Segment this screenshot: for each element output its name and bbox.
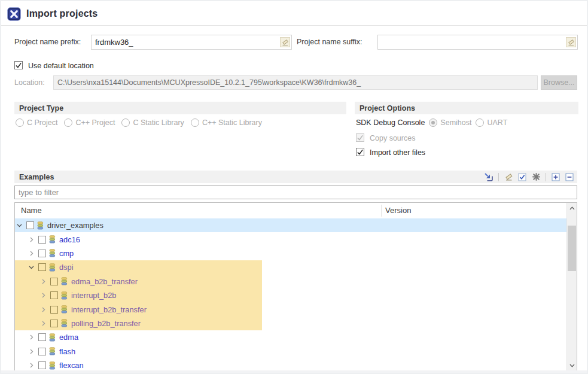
- radio-uart-label: UART: [487, 118, 507, 127]
- tree-row-label: cmp: [59, 249, 74, 258]
- example-item-icon: [49, 249, 56, 257]
- tree-row-polling_b2b_transfer[interactable]: polling_b2b_transfer: [15, 317, 566, 330]
- tree-header: Name Version: [15, 203, 566, 219]
- chevron-down-icon[interactable]: [28, 266, 35, 269]
- radio-cpp-project[interactable]: C++ Project: [64, 118, 115, 127]
- chevron-right-icon[interactable]: [40, 307, 47, 312]
- radio-cpp-static-library[interactable]: C++ Static Library: [191, 118, 262, 127]
- chevron-right-icon[interactable]: [28, 237, 35, 242]
- radio-cpp-static-library-circle: [191, 118, 199, 127]
- tree-row-checkbox[interactable]: [38, 348, 46, 355]
- chevron-right-icon[interactable]: [28, 349, 35, 354]
- radio-c-project-circle: [16, 118, 24, 127]
- column-header-version[interactable]: Version: [385, 206, 411, 215]
- radio-semihost-label: Semihost: [440, 118, 471, 127]
- expand-all-icon[interactable]: [550, 172, 561, 183]
- radio-semihost[interactable]: Semihost: [429, 118, 471, 127]
- chevron-right-icon[interactable]: [40, 279, 47, 284]
- column-header-name[interactable]: Name: [21, 206, 42, 215]
- project-type-title: Project Type: [19, 104, 63, 112]
- tree-row-checkbox[interactable]: [50, 320, 58, 327]
- clear-suffix-button[interactable]: [566, 37, 576, 47]
- tree-row-interrupt_b2b[interactable]: interrupt_b2b: [15, 288, 566, 302]
- use-default-location-label: Use default location: [28, 62, 94, 70]
- sdk-debug-console-row: SDK Debug Console Semihost UART: [356, 118, 507, 127]
- import-projects-dialog: Import projects Project name prefix: Pro…: [0, 0, 588, 374]
- tree-row-label: polling_b2b_transfer: [71, 319, 141, 328]
- tree-row-checkbox[interactable]: [50, 306, 58, 314]
- toolbar-separator: [546, 173, 546, 181]
- tree-row-edma_b2b_transfer[interactable]: edma_b2b_transfer: [15, 275, 566, 288]
- tree-row-checkbox[interactable]: [38, 333, 46, 341]
- chevron-right-icon[interactable]: [28, 363, 35, 368]
- chevron-right-icon[interactable]: [28, 335, 35, 340]
- tree-row-label: dspi: [59, 263, 73, 272]
- scroll-down-icon[interactable]: [567, 360, 577, 370]
- eraser-icon[interactable]: [503, 172, 514, 183]
- tree-row-label: adc16: [59, 235, 80, 244]
- suffix-label: Project name suffix:: [297, 38, 362, 46]
- example-item-icon: [49, 263, 56, 272]
- chevron-down-icon[interactable]: [16, 224, 23, 227]
- tree-row-label: interrupt_b2b: [71, 291, 116, 300]
- tree-row-dspi[interactable]: dspi: [15, 260, 566, 274]
- project-type-section-header: Project Type: [14, 102, 346, 114]
- suffix-input-wrap: [377, 35, 578, 50]
- import-example-icon[interactable]: [483, 172, 494, 183]
- copy-sources-checkbox: [356, 133, 364, 142]
- project-type-options: C Project C++ Project C Static Library C…: [16, 118, 262, 127]
- tree-row-edma[interactable]: edma: [15, 330, 566, 344]
- tree-row-checkbox[interactable]: [38, 361, 46, 369]
- radio-semihost-circle: [429, 118, 437, 127]
- example-item-icon: [49, 333, 56, 342]
- location-label: Location:: [14, 78, 45, 87]
- radio-c-static-library-circle: [121, 118, 130, 127]
- radio-c-static-library-label: C Static Library: [133, 118, 184, 127]
- project-options-title: Project Options: [359, 104, 415, 112]
- examples-filter-input[interactable]: [14, 186, 577, 199]
- tree-row-cmp[interactable]: cmp: [15, 247, 566, 260]
- project-name-prefix-input[interactable]: [92, 35, 280, 49]
- scroll-up-icon[interactable]: [567, 203, 577, 213]
- chevron-right-icon[interactable]: [40, 293, 47, 298]
- tree-row-interrupt_b2b_transfer[interactable]: interrupt_b2b_transfer: [15, 302, 566, 316]
- tree-row-checkbox[interactable]: [38, 236, 46, 244]
- tree-row-label: edma_b2b_transfer: [71, 277, 138, 286]
- import-other-files-label: Import other files: [370, 148, 425, 157]
- prefix-input-wrap: [91, 35, 292, 50]
- sdk-debug-console-label: SDK Debug Console: [356, 118, 425, 127]
- collapse-all-icon[interactable]: [564, 172, 575, 183]
- tree-row-checkbox[interactable]: [38, 250, 46, 257]
- deselect-all-icon[interactable]: [531, 172, 541, 183]
- use-default-location-checkbox[interactable]: [14, 61, 23, 69]
- tree-row-driver_examples[interactable]: driver_examples: [15, 218, 566, 232]
- column-divider[interactable]: [381, 205, 382, 217]
- tree-row-checkbox[interactable]: [38, 263, 46, 271]
- prefix-label: Project name prefix:: [14, 38, 81, 46]
- dialog-header: Import projects: [7, 5, 98, 22]
- vertical-scrollbar[interactable]: [566, 203, 577, 370]
- radio-c-project[interactable]: C Project: [16, 118, 57, 127]
- radio-uart[interactable]: UART: [476, 118, 507, 127]
- mcuxpresso-logo-icon: [7, 7, 21, 21]
- project-name-suffix-input[interactable]: [378, 35, 566, 49]
- scrollbar-thumb[interactable]: [568, 226, 576, 271]
- select-all-icon[interactable]: [517, 172, 528, 183]
- radio-cpp-static-library-label: C++ Static Library: [202, 118, 262, 127]
- tree-row-checkbox[interactable]: [26, 221, 34, 229]
- chevron-right-icon[interactable]: [40, 321, 47, 326]
- tree-row-checkbox[interactable]: [50, 291, 58, 299]
- radio-c-static-library[interactable]: C Static Library: [121, 118, 184, 127]
- tree-row-flexcan[interactable]: flexcan: [15, 358, 566, 370]
- examples-tree: Name Version driver_examplesadc16cmpdspi…: [14, 202, 577, 371]
- dialog-bottom-edge: [1, 370, 587, 373]
- example-item-icon: [61, 305, 68, 314]
- chevron-right-icon[interactable]: [28, 251, 35, 256]
- browse-button[interactable]: Browse...: [541, 75, 577, 90]
- tree-row-checkbox[interactable]: [50, 278, 58, 285]
- import-other-files-checkbox[interactable]: [356, 148, 364, 156]
- header-divider: [1, 25, 587, 26]
- tree-row-flash[interactable]: flash: [15, 345, 566, 358]
- clear-prefix-button[interactable]: [280, 37, 290, 47]
- tree-row-adc16[interactable]: adc16: [15, 232, 566, 246]
